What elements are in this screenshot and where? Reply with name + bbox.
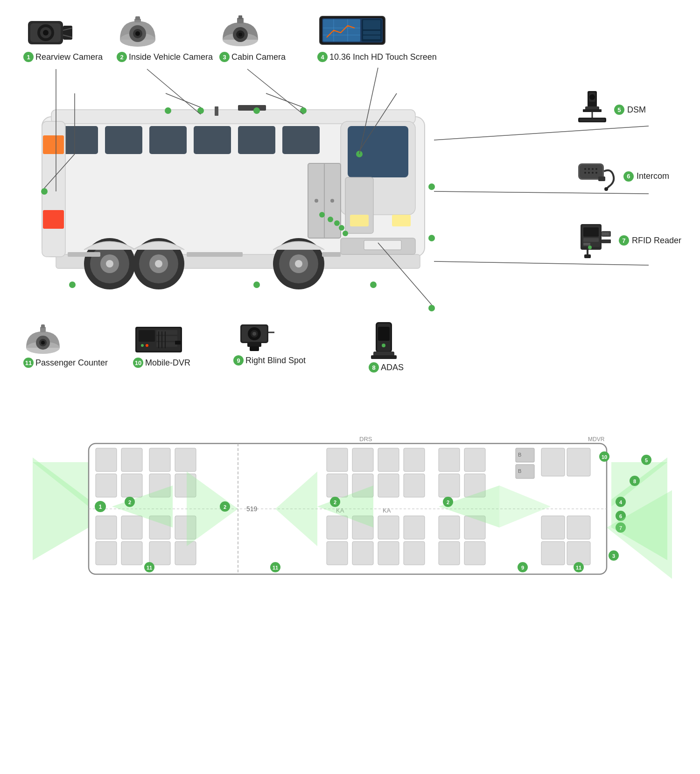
svg-rect-198	[327, 516, 348, 539]
svg-point-117	[428, 183, 435, 190]
svg-text:6: 6	[619, 514, 622, 519]
badge-9: 9	[233, 355, 244, 366]
svg-point-147	[146, 344, 148, 347]
badge-1: 1	[23, 52, 34, 62]
component-rfid: 7 RFID Reader	[576, 222, 681, 259]
touchscreen-text: 10.36 Inch HD Touch Screen	[329, 52, 437, 62]
svg-rect-224	[541, 516, 565, 539]
svg-rect-72	[149, 126, 187, 154]
adas-icon	[369, 320, 399, 359]
svg-rect-208	[404, 448, 425, 471]
svg-rect-106	[238, 105, 266, 111]
svg-rect-211	[404, 542, 425, 565]
svg-text:10: 10	[602, 454, 607, 460]
svg-rect-203	[352, 542, 373, 565]
svg-point-107	[41, 188, 48, 195]
intercom-icon	[576, 159, 618, 194]
svg-rect-223	[567, 448, 590, 476]
svg-rect-183	[121, 542, 142, 565]
svg-rect-75	[282, 126, 320, 154]
rfid-label: 7 RFID Reader	[619, 235, 681, 246]
component-dvr: 10 Mobile-DVR	[133, 322, 190, 368]
svg-rect-154	[247, 342, 261, 347]
rearview-camera-text: Rearview Camera	[35, 52, 103, 62]
svg-point-97	[295, 260, 302, 267]
svg-rect-140	[156, 330, 177, 335]
svg-point-51	[595, 172, 597, 174]
svg-rect-84	[43, 135, 64, 154]
svg-rect-176	[96, 448, 117, 471]
adas-label: 8 ADAS	[369, 362, 404, 373]
svg-rect-177	[96, 474, 117, 497]
badge-5: 5	[614, 105, 624, 115]
svg-point-134	[41, 341, 45, 345]
svg-rect-77	[348, 126, 408, 177]
floor-plan-section: 519 KA KA	[9, 429, 691, 588]
svg-point-153	[252, 332, 256, 336]
svg-marker-193	[275, 471, 317, 546]
svg-rect-32	[363, 35, 380, 39]
svg-rect-226	[541, 542, 565, 565]
cabin-camera-text: Cabin Camera	[231, 52, 286, 62]
svg-point-4	[43, 30, 49, 35]
rfid-icon	[576, 222, 613, 259]
svg-rect-41	[580, 119, 605, 121]
svg-point-59	[606, 232, 609, 235]
dvr-label: 10 Mobile-DVR	[133, 358, 190, 368]
svg-point-89	[106, 260, 113, 267]
svg-rect-99	[187, 252, 243, 257]
svg-rect-216	[439, 516, 460, 539]
svg-rect-196	[327, 448, 348, 471]
svg-point-118	[428, 235, 435, 241]
blindspot-label: 9 Right Blind Spot	[233, 355, 306, 366]
svg-rect-14	[135, 16, 140, 20]
svg-rect-225	[567, 516, 590, 539]
rearview-camera-label: 1 Rearview Camera	[23, 52, 103, 62]
rfid-text: RFID Reader	[632, 236, 681, 246]
svg-rect-142	[156, 342, 177, 347]
svg-point-119	[319, 212, 325, 218]
svg-rect-24	[323, 19, 360, 42]
svg-line-169	[434, 261, 649, 265]
svg-text:2: 2	[128, 500, 131, 505]
svg-text:8: 8	[633, 478, 636, 484]
svg-point-124	[428, 305, 435, 311]
svg-rect-5	[63, 26, 72, 40]
svg-marker-192	[187, 471, 238, 546]
svg-rect-70	[61, 126, 98, 154]
svg-text:11: 11	[147, 565, 152, 570]
cabin-camera-label: 3 Cabin Camera	[219, 52, 286, 62]
svg-rect-182	[121, 516, 142, 539]
dvr-icon	[133, 322, 187, 355]
svg-point-122	[339, 225, 344, 231]
svg-rect-200	[352, 448, 373, 471]
svg-rect-184	[149, 448, 170, 471]
svg-rect-64	[583, 243, 590, 246]
svg-rect-148	[175, 341, 181, 345]
svg-rect-100	[322, 252, 341, 257]
svg-point-50	[595, 168, 597, 170]
passenger-counter-icon	[23, 322, 63, 355]
svg-point-12	[135, 31, 140, 36]
svg-text:2: 2	[447, 500, 449, 505]
svg-text:519: 519	[246, 505, 258, 513]
svg-rect-80	[350, 215, 369, 226]
svg-rect-74	[238, 126, 275, 154]
svg-text:9: 9	[521, 565, 524, 570]
badge-10: 10	[133, 358, 143, 368]
svg-rect-85	[43, 210, 64, 229]
svg-point-128	[165, 107, 171, 114]
svg-rect-105	[215, 106, 218, 116]
svg-rect-159	[378, 327, 390, 341]
dsm-label: 5 DSM	[614, 105, 646, 115]
svg-text:11: 11	[273, 565, 278, 570]
component-dsm: 5 DSM	[576, 89, 681, 131]
svg-point-103	[315, 199, 318, 203]
svg-rect-43	[580, 165, 602, 178]
svg-point-160	[382, 344, 385, 347]
svg-rect-222	[541, 448, 565, 476]
inside-camera-label: 2 Inside Vehicle Camera	[117, 52, 213, 62]
svg-point-126	[370, 281, 377, 288]
svg-point-45	[588, 168, 590, 170]
svg-text:1: 1	[99, 504, 102, 510]
